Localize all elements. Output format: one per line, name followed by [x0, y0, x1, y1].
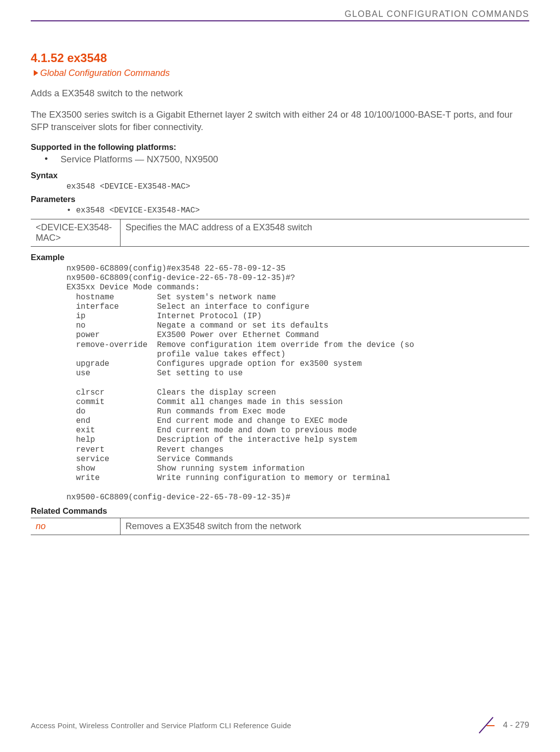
related-cmd-desc: Removes a EX3548 switch from the network [121, 518, 530, 535]
svg-marker-0 [34, 70, 38, 76]
related-commands-table: no Removes a EX3548 switch from the netw… [31, 518, 529, 535]
supported-platform-item: • Service Platforms — NX7500, NX9500 [31, 154, 529, 165]
parameters-bullet: • ex3548 <DEVICE-EX3548-MAC> [66, 206, 529, 215]
intro-paragraph-1: Adds a EX3548 switch to the network [31, 87, 529, 100]
parameters-table: <DEVICE-EX3548-MAC> Specifies the MAC ad… [31, 219, 529, 247]
example-heading: Example [31, 253, 529, 262]
breadcrumb-link[interactable]: Global Configuration Commands [40, 68, 170, 78]
example-code: nx9500-6C8809(config)#ex3548 22-65-78-09… [66, 264, 529, 502]
param-name: <DEVICE-EX3548-MAC> [31, 219, 121, 247]
intro-paragraph-2: The EX3500 series switch is a Gigabit Et… [31, 109, 529, 134]
syntax-heading: Syntax [31, 171, 529, 180]
syntax-code: ex3548 <DEVICE-EX3548-MAC> [66, 182, 529, 192]
page-header: GLOBAL CONFIGURATION COMMANDS [31, 9, 529, 21]
related-cmd-link[interactable]: no [31, 518, 121, 535]
section-heading: 4.1.52 ex3548 [31, 51, 529, 65]
table-row: no Removes a EX3548 switch from the netw… [31, 518, 529, 535]
param-desc: Specifies the MAC address of a EX3548 sw… [121, 219, 530, 247]
supported-platform-text: Service Platforms — NX7500, NX9500 [61, 154, 218, 165]
footer-page-number: 4 - 279 [503, 720, 529, 730]
breadcrumb-arrow-icon [34, 69, 38, 78]
table-row: <DEVICE-EX3548-MAC> Specifies the MAC ad… [31, 219, 529, 247]
footer-guide-title: Access Point, Wireless Controller and Se… [31, 721, 291, 730]
footer-slash-icon [476, 715, 496, 735]
supported-heading: Supported in the following platforms: [31, 142, 529, 152]
page-footer: Access Point, Wireless Controller and Se… [31, 715, 529, 735]
related-heading: Related Commands [31, 506, 529, 516]
parameters-heading: Parameters [31, 195, 529, 204]
bullet-icon: • [45, 154, 61, 165]
breadcrumb: Global Configuration Commands [34, 68, 529, 78]
running-title: GLOBAL CONFIGURATION COMMANDS [31, 9, 529, 19]
